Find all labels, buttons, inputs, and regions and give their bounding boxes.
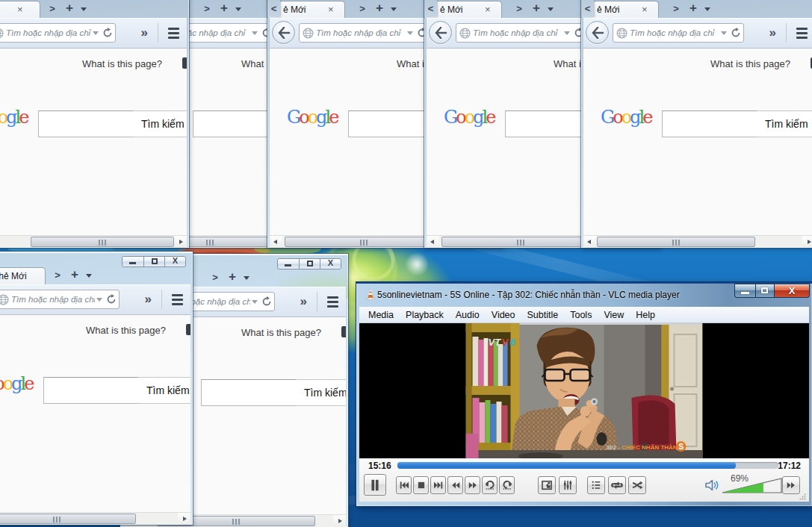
what-is-this-page-link[interactable]: What is this page? [82, 58, 162, 69]
menu-button[interactable] [169, 294, 186, 305]
previous-button[interactable] [396, 476, 412, 494]
overflow-button[interactable]: » [138, 25, 150, 40]
vlc-maximize-button[interactable] [755, 284, 775, 298]
scroll-right-arrow[interactable] [333, 515, 346, 527]
menu-tools[interactable]: Tools [564, 310, 598, 320]
stop-button[interactable] [413, 476, 429, 494]
what-is-this-page-link[interactable]: What is this page? [86, 325, 166, 336]
google-search-input[interactable] [662, 110, 757, 137]
new-tab-button[interactable]: + [373, 0, 386, 17]
menu-button[interactable] [793, 28, 811, 39]
menu-view[interactable]: View [598, 310, 630, 320]
new-tab-button[interactable]: + [217, 0, 231, 17]
fullscreen-button[interactable] [538, 476, 556, 494]
overflow-button[interactable]: » [142, 292, 154, 307]
maximize-button[interactable] [299, 259, 320, 269]
menu-button[interactable] [165, 28, 182, 39]
address-input[interactable]: Tìm hoặc nhập địa chỉ [630, 28, 719, 37]
tab-close-icon[interactable]: × [485, 3, 491, 16]
what-is-this-page-link[interactable]: What is this page? [241, 327, 321, 338]
scroll-left-arrow[interactable] [270, 236, 282, 248]
new-tab-button[interactable]: + [68, 266, 81, 284]
scroll-left-arrow[interactable] [427, 236, 439, 248]
menu-media[interactable]: Media [362, 310, 400, 320]
scroll-left-arrow[interactable] [583, 236, 596, 248]
tab-scroll-right-button[interactable]: > [52, 266, 63, 284]
google-search-button[interactable]: Tìm kiếm [757, 110, 812, 137]
menu-audio[interactable]: Audio [450, 310, 486, 320]
vlc-window[interactable]: 5sonlinevietnam - 5S Online - Tập 302: C… [356, 282, 812, 506]
tab-scroll-right-button[interactable]: > [209, 269, 221, 286]
what-is-this-page-link[interactable]: What is this page? [710, 58, 790, 69]
loop-button[interactable] [608, 476, 626, 494]
tab-scroll-right-button[interactable]: > [513, 0, 525, 17]
playlist-button[interactable] [587, 476, 605, 494]
address-dropdown-icon[interactable] [252, 300, 258, 304]
tab-scroll-left-button[interactable]: < [581, 0, 594, 17]
reload-icon[interactable] [102, 28, 113, 38]
tab-scroll-right-button[interactable]: > [201, 0, 213, 17]
new-tab-button[interactable]: + [687, 0, 700, 17]
pause-button[interactable] [364, 474, 386, 496]
vlc-titlebar[interactable]: 5sonlinevietnam - 5S Online - Tập 302: C… [356, 282, 812, 307]
tab-scroll-right-button[interactable]: > [356, 0, 368, 17]
firefox-window-b1[interactable]: X Thẻ Mới × < > + [0, 252, 193, 525]
reload-icon[interactable] [731, 28, 741, 38]
reload-icon[interactable] [106, 294, 117, 305]
close-button[interactable]: X [320, 259, 341, 269]
fast-forward-button[interactable] [465, 476, 480, 494]
resize-grip-icon[interactable] [799, 493, 806, 500]
all-tabs-button[interactable] [78, 0, 89, 17]
rewind-button[interactable] [447, 476, 463, 494]
address-input[interactable]: Tìm hoặc nhập địa chỉ [6, 28, 91, 37]
address-dropdown-icon[interactable] [93, 31, 99, 35]
scrollbar-thumb[interactable] [285, 237, 443, 247]
google-search-input[interactable] [38, 110, 134, 137]
tab-scroll-left-button[interactable]: < [424, 0, 437, 17]
menu-button[interactable] [324, 296, 341, 308]
menu-subtitle[interactable]: Subtitle [521, 310, 565, 320]
tab-scroll-left-button[interactable]: < [267, 0, 280, 17]
maximize-button[interactable] [143, 257, 164, 266]
address-bar[interactable]: Tìm hoặc nhập địa chỉ [613, 23, 744, 43]
menu-help[interactable]: Help [630, 310, 661, 320]
firefox-window-w1[interactable]: X × < > + [0, 0, 189, 248]
google-search-input[interactable] [43, 377, 139, 404]
scroll-right-arrow[interactable] [178, 513, 190, 525]
back-button[interactable] [429, 21, 452, 44]
all-tabs-button[interactable] [233, 0, 244, 17]
vlc-close-button[interactable]: X [775, 284, 810, 298]
scroll-right-arrow[interactable] [802, 236, 812, 248]
scrollbar-thumb[interactable] [0, 514, 136, 524]
address-dropdown-icon[interactable] [721, 31, 727, 35]
window-titlebar[interactable]: X [0, 252, 193, 266]
vlc-minimize-button[interactable] [734, 284, 755, 298]
address-dropdown-icon[interactable] [96, 298, 102, 302]
address-dropdown-icon[interactable] [564, 31, 570, 35]
minimize-button[interactable] [123, 257, 143, 266]
new-tab-button[interactable]: + [226, 269, 239, 286]
all-tabs-button[interactable] [545, 0, 556, 17]
seek-bar[interactable] [397, 462, 778, 469]
tab-close-icon[interactable]: × [328, 3, 334, 16]
next-button[interactable] [430, 476, 446, 494]
overflow-button[interactable]: » [297, 294, 309, 309]
tab-close-icon[interactable]: × [17, 3, 23, 16]
scrollbar-thumb[interactable] [597, 237, 755, 247]
vlc-video-area[interactable]: VT V 6 302 - CHIẾC NHẪN THẦN S [359, 323, 809, 458]
horizontal-scrollbar[interactable] [583, 235, 812, 248]
back-button[interactable] [272, 21, 295, 44]
all-tabs-button[interactable] [241, 269, 252, 286]
address-input[interactable]: Tìm hoặc nhập địa chỉ [316, 28, 406, 37]
volume-mute-button[interactable] [704, 478, 719, 495]
scroll-right-arrow[interactable] [174, 236, 187, 248]
new-tab-button[interactable]: + [530, 0, 543, 17]
tab-new-tab[interactable]: × [0, 1, 40, 18]
scrollbar-thumb[interactable] [31, 237, 174, 247]
jump-back-button[interactable] [482, 476, 498, 494]
close-button[interactable]: X [164, 257, 185, 266]
address-bar[interactable]: Tìm hoặc nhập địa chỉ [299, 23, 430, 43]
tab-close-icon[interactable]: × [642, 3, 648, 16]
overflow-button[interactable]: » [766, 25, 778, 40]
address-bar[interactable]: Tìm hoặc nhập địa chỉ [0, 290, 120, 309]
